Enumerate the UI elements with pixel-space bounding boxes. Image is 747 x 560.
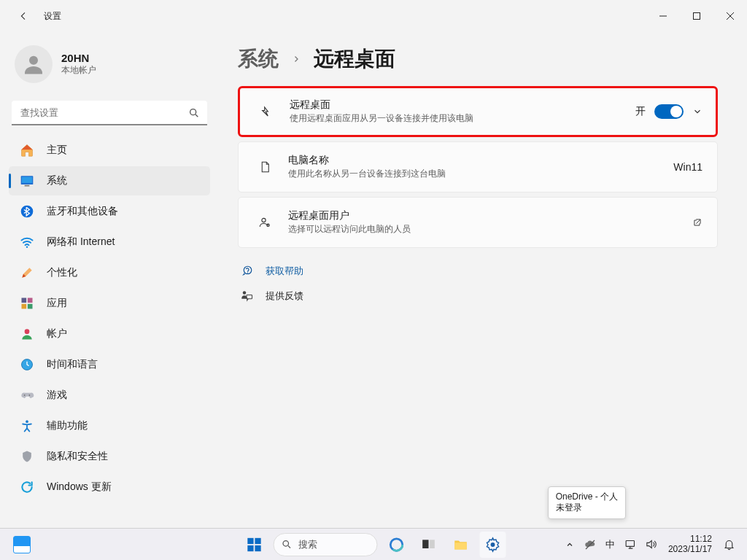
volume-tray-icon[interactable]	[643, 537, 659, 553]
copilot-button[interactable]	[384, 532, 410, 558]
pc-name-card[interactable]: 电脑名称 使用此名称从另一台设备连接到这台电脑 Win11	[238, 141, 718, 192]
nav-accounts[interactable]: 帐户	[9, 319, 210, 349]
nav-system[interactable]: 系统	[9, 166, 210, 195]
system-icon	[19, 173, 35, 189]
svg-point-21	[26, 420, 28, 423]
close-button[interactable]	[713, 3, 747, 29]
titlebar: 设置	[0, 0, 747, 32]
update-icon	[19, 479, 35, 495]
content-area: 系统 远程桌面 远程桌面 使用远程桌面应用从另一设备连接并使用该电脑 开	[219, 32, 747, 528]
nav-label: 帐户	[47, 327, 67, 341]
minimize-button[interactable]	[646, 3, 680, 29]
time-icon	[19, 357, 35, 373]
search-wrap	[12, 101, 207, 125]
nav-label: 游戏	[47, 389, 67, 402]
remote-desktop-icon	[253, 105, 279, 118]
breadcrumb: 系统 远程桌面	[238, 45, 718, 73]
maximize-button[interactable]	[680, 3, 713, 29]
app-title: 设置	[44, 10, 61, 23]
card-title: 远程桌面	[290, 98, 635, 112]
widgets-icon	[13, 536, 31, 553]
svg-rect-36	[422, 540, 428, 548]
breadcrumb-current: 远程桌面	[314, 45, 395, 73]
svg-rect-37	[430, 540, 435, 548]
user-name: 20HN	[61, 52, 96, 64]
search-input[interactable]	[12, 101, 207, 125]
card-title: 电脑名称	[288, 154, 673, 167]
nav-label: 蓝牙和其他设备	[47, 205, 118, 218]
svg-rect-8	[22, 177, 32, 183]
gaming-icon	[19, 387, 35, 403]
settings-taskbar-button[interactable]	[480, 532, 506, 558]
svg-point-32	[283, 541, 289, 547]
feedback-link[interactable]: 提供反馈	[266, 289, 303, 303]
svg-point-5	[190, 109, 196, 115]
nav-personalization[interactable]: 个性化	[9, 258, 210, 287]
tray-chevron-up-icon[interactable]	[562, 537, 578, 553]
back-button[interactable]	[15, 7, 32, 25]
remote-desktop-toggle[interactable]	[654, 104, 684, 119]
chevron-down-icon[interactable]	[692, 106, 703, 117]
network-icon	[19, 234, 35, 250]
svg-rect-12	[22, 298, 27, 303]
get-help-link[interactable]: 获取帮助	[266, 265, 303, 278]
nav-label: 网络和 Internet	[47, 236, 115, 249]
nav-accessibility[interactable]: 辅助功能	[9, 411, 210, 440]
network-tray-icon[interactable]	[623, 537, 639, 553]
nav-apps[interactable]: 应用	[9, 289, 210, 318]
svg-rect-9	[25, 185, 30, 187]
nav-network[interactable]: 网络和 Internet	[9, 228, 210, 257]
svg-point-4	[29, 56, 38, 65]
breadcrumb-parent[interactable]: 系统	[238, 45, 279, 73]
svg-rect-41	[627, 541, 635, 547]
onedrive-tray-icon[interactable]	[582, 537, 598, 553]
avatar	[15, 45, 53, 83]
svg-point-26	[243, 291, 247, 295]
clock-time: 11:12	[668, 534, 712, 544]
nav-windows-update[interactable]: Windows 更新	[9, 472, 210, 502]
nav-label: 隐私和安全性	[47, 450, 108, 463]
start-button[interactable]	[241, 532, 268, 558]
feedback-row[interactable]: 提供反馈	[239, 289, 718, 303]
svg-rect-28	[247, 537, 253, 543]
privacy-icon	[19, 448, 35, 464]
nav-label: 时间和语言	[47, 358, 98, 371]
sidebar: 20HN 本地帐户 主页 系统 蓝牙和其他设备 网络和 Internet	[0, 32, 219, 528]
users-icon	[252, 216, 278, 229]
svg-point-20	[29, 394, 31, 396]
nav-gaming[interactable]: 游戏	[9, 381, 210, 410]
nav-bluetooth[interactable]: 蓝牙和其他设备	[9, 197, 210, 226]
svg-rect-1	[694, 13, 700, 20]
svg-rect-15	[28, 304, 33, 309]
window-controls	[646, 3, 747, 29]
svg-rect-29	[255, 537, 260, 543]
nav-home[interactable]: 主页	[9, 136, 210, 165]
accounts-icon	[19, 326, 35, 342]
card-desc: 选择可以远程访问此电脑的人员	[288, 223, 692, 236]
svg-rect-27	[247, 295, 252, 299]
widgets-button[interactable]	[9, 532, 35, 558]
card-desc: 使用此名称从另一台设备连接到这台电脑	[288, 168, 673, 180]
open-external-icon	[692, 217, 703, 228]
notifications-tray-icon[interactable]	[721, 537, 737, 553]
taskbar-clock[interactable]: 11:12 2023/11/17	[668, 534, 712, 553]
ime-indicator[interactable]: 中	[603, 537, 619, 553]
nav-time-language[interactable]: 时间和语言	[9, 350, 210, 379]
file-explorer-button[interactable]	[448, 532, 474, 558]
document-icon	[252, 160, 278, 174]
remote-users-card[interactable]: 远程桌面用户 选择可以远程访问此电脑的人员	[238, 197, 718, 248]
task-view-button[interactable]	[416, 532, 442, 558]
search-icon[interactable]	[187, 106, 201, 120]
remote-desktop-card[interactable]: 远程桌面 使用远程桌面应用从另一设备连接并使用该电脑 开	[238, 86, 718, 137]
user-account-row[interactable]: 20HN 本地帐户	[9, 38, 210, 96]
svg-line-33	[288, 545, 290, 548]
feedback-icon	[239, 289, 254, 303]
taskbar-search[interactable]: 搜索	[274, 533, 378, 556]
home-icon	[19, 142, 35, 158]
nav-privacy[interactable]: 隐私和安全性	[9, 442, 210, 471]
chevron-right-icon	[292, 52, 301, 67]
get-help-row[interactable]: 获取帮助	[239, 264, 718, 279]
accessibility-icon	[19, 418, 35, 434]
svg-rect-38	[454, 542, 467, 549]
svg-line-6	[196, 114, 198, 117]
